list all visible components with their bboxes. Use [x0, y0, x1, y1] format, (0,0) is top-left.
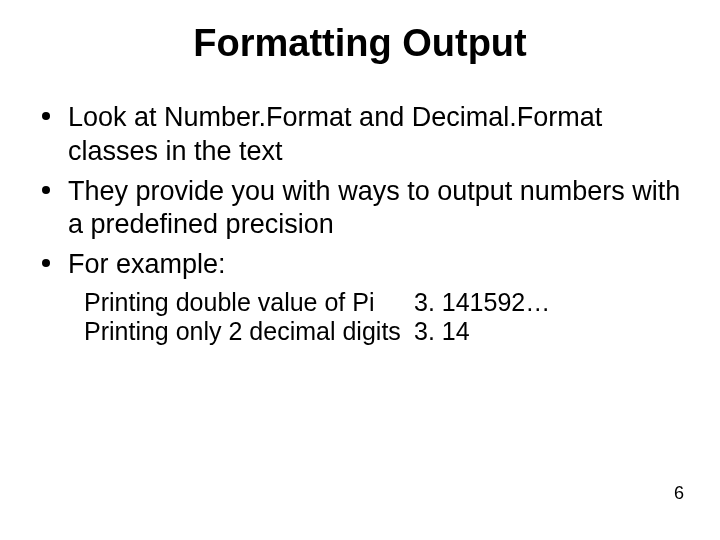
slide: Formatting Output Look at Number.Format …	[0, 0, 720, 540]
bullet-item: For example:	[30, 248, 690, 282]
bullet-icon	[42, 186, 50, 194]
bullet-text: For example:	[68, 249, 226, 279]
bullet-text: They provide you with ways to output num…	[68, 176, 680, 240]
slide-title: Formatting Output	[30, 22, 690, 65]
example-value: 3. 14	[414, 317, 470, 346]
bullet-list: Look at Number.Format and Decimal.Format…	[30, 101, 690, 282]
example-row: Printing only 2 decimal digits 3. 14	[84, 317, 690, 346]
bullet-text: Look at Number.Format and Decimal.Format…	[68, 102, 602, 166]
bullet-icon	[42, 112, 50, 120]
example-block: Printing double value of Pi 3. 141592… P…	[30, 288, 690, 346]
example-value: 3. 141592…	[414, 288, 550, 317]
bullet-item: Look at Number.Format and Decimal.Format…	[30, 101, 690, 169]
example-label: Printing double value of Pi	[84, 288, 414, 317]
example-row: Printing double value of Pi 3. 141592…	[84, 288, 690, 317]
bullet-icon	[42, 259, 50, 267]
example-label: Printing only 2 decimal digits	[84, 317, 414, 346]
page-number: 6	[674, 483, 684, 504]
bullet-item: They provide you with ways to output num…	[30, 175, 690, 243]
